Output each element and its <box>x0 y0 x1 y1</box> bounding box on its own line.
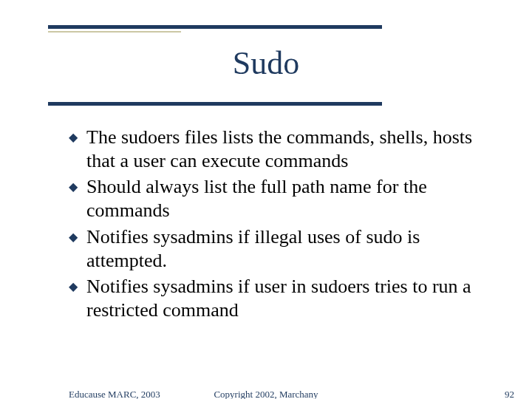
list-item: ◆ Should always list the full path name … <box>69 175 480 222</box>
footer-center: Copyright 2002, Marchany <box>0 389 532 399</box>
bullet-text: The sudoers files lists the commands, sh… <box>86 126 480 172</box>
bullet-icon: ◆ <box>69 281 78 293</box>
list-item: ◆ The sudoers files lists the commands, … <box>69 126 480 172</box>
bullet-list: ◆ The sudoers files lists the commands, … <box>69 126 480 325</box>
top-rule <box>48 25 382 29</box>
list-item: ◆ Notifies sysadmins if user in sudoers … <box>69 275 480 321</box>
accent-rule <box>48 31 181 33</box>
bullet-icon: ◆ <box>69 231 78 243</box>
bullet-text: Notifies sysadmins if user in sudoers tr… <box>86 275 480 321</box>
bullet-icon: ◆ <box>69 181 78 193</box>
bullet-text: Should always list the full path name fo… <box>86 175 480 222</box>
slide-title: Sudo <box>0 44 532 82</box>
footer-page-number: 92 <box>505 389 514 399</box>
bullet-text: Notifies sysadmins if illegal uses of su… <box>86 225 480 272</box>
list-item: ◆ Notifies sysadmins if illegal uses of … <box>69 225 480 272</box>
bottom-rule <box>48 102 382 106</box>
bullet-icon: ◆ <box>69 132 78 143</box>
